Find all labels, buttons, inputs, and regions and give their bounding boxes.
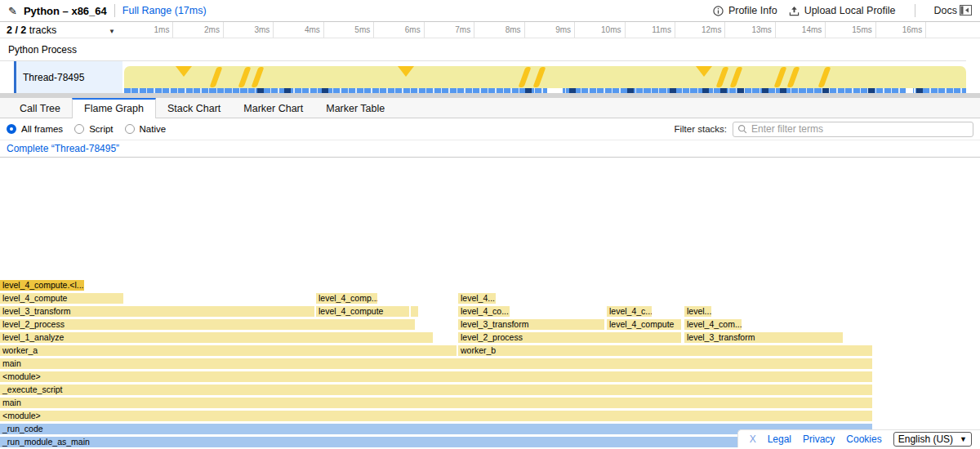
flame-box[interactable]: level_2_process — [458, 332, 681, 343]
ruler-tick-line — [925, 22, 926, 38]
ruler-tick-label: 9ms — [523, 25, 571, 34]
profiler-app: ✎ Python – x86_64 Full Range (17ms) Prof… — [0, 0, 980, 449]
ruler-tick-label: 6ms — [373, 25, 421, 34]
flame-box[interactable]: _execute_script — [0, 385, 872, 395]
profile-info-button[interactable]: Profile Info — [713, 5, 777, 16]
ruler-tick-label: 12ms — [674, 25, 721, 34]
full-range-link[interactable]: Full Range (17ms) — [122, 5, 207, 16]
flame-box[interactable]: level_2_process — [0, 319, 415, 330]
footer-link-privacy[interactable]: Privacy — [803, 433, 835, 445]
flame-box[interactable]: level_1_analyze — [0, 332, 433, 343]
ruler-tick-label: 10ms — [574, 25, 621, 34]
search-icon — [737, 124, 747, 134]
tracks-dropdown[interactable]: 2 / 2 tracks ▼ — [7, 24, 121, 36]
marker-stripe-icon — [532, 67, 546, 87]
marker-stripe-icon — [729, 67, 742, 87]
profile-name-group: ✎ Python – x86_64 Full Range (17ms) — [0, 4, 207, 17]
marker-stripe-icon — [715, 67, 728, 87]
flame-box[interactable]: level_4_compute — [316, 306, 409, 317]
tab-marker-table[interactable]: Marker Table — [314, 98, 396, 118]
flame-box[interactable]: <module> — [0, 411, 872, 421]
flame-box[interactable] — [411, 306, 418, 317]
flame-box[interactable]: level_3_transform — [0, 306, 314, 317]
marker-stripe-icon — [251, 67, 264, 87]
flame-box[interactable]: main — [0, 398, 872, 408]
app-header: ✎ Python – x86_64 Full Range (17ms) Prof… — [0, 0, 980, 22]
thread-track-label[interactable]: Thread-78495 — [16, 61, 122, 93]
timeline-ruler[interactable]: 2 / 2 tracks ▼ 1ms2ms3ms4ms5ms6ms7ms8ms9… — [0, 22, 980, 38]
tab-call-tree[interactable]: Call Tree — [8, 98, 72, 118]
marker-stripe-icon — [518, 67, 531, 87]
filter-stacks-label: Filter stacks: — [674, 124, 727, 134]
language-select-value: English (US) — [898, 433, 953, 445]
thread-track-row[interactable]: Thread-78495 — [0, 61, 980, 93]
flame-box[interactable]: level_3_transform — [458, 319, 604, 330]
panel-tab-bar: Call TreeFlame GraphStack ChartMarker Ch… — [0, 98, 980, 118]
marker-stripe-icon — [773, 67, 786, 87]
marker-stripe-icon — [786, 67, 800, 87]
flame-box[interactable]: level... — [684, 306, 711, 317]
marker-stripe-icon — [238, 67, 251, 87]
flame-box[interactable]: level_4_compute — [0, 293, 123, 304]
ruler-tick-label: 8ms — [474, 25, 521, 34]
sidebar-toggle-icon — [960, 5, 972, 16]
edit-profile-name-icon[interactable]: ✎ — [8, 5, 17, 17]
breadcrumb-row: Complete “Thread-78495” — [0, 140, 980, 158]
flame-box[interactable]: <module> — [0, 371, 872, 382]
radio-label-native[interactable]: Native — [140, 124, 167, 134]
flame-box[interactable]: worker_a — [0, 345, 457, 356]
footer-link-legal[interactable]: Legal — [768, 433, 791, 445]
header-divider-2 — [915, 4, 915, 17]
filter-stacks-input[interactable] — [751, 123, 969, 135]
footer-link-cookies[interactable]: Cookies — [846, 433, 881, 445]
tab-flame-graph[interactable]: Flame Graph — [72, 98, 156, 119]
flame-box[interactable]: worker_b — [458, 345, 872, 356]
gc-marker-icon — [398, 66, 414, 77]
radio-script[interactable] — [74, 124, 84, 134]
ruler-tick-label: 11ms — [624, 25, 671, 34]
flame-box[interactable]: main — [0, 358, 872, 369]
language-select[interactable]: English (US)▼ — [893, 432, 972, 447]
flame-box[interactable]: level_4_compute — [607, 319, 681, 330]
flame-box[interactable]: level_4... — [458, 293, 496, 304]
marker-stripe-icon — [209, 67, 222, 87]
profile-title: Python – x86_64 — [24, 5, 107, 17]
sidebar-toggle-button[interactable] — [960, 4, 972, 15]
breadcrumb-complete-thread[interactable]: Complete “Thread-78495” — [0, 143, 119, 154]
flame-box[interactable]: level_3_transform — [684, 332, 843, 343]
flame-box[interactable]: level_4_c... — [607, 306, 652, 317]
radio-all-frames[interactable] — [7, 124, 16, 134]
flame-box[interactable]: level_4_comp... — [316, 293, 377, 304]
ruler-tick-label: 5ms — [323, 25, 370, 34]
cpu-usage-band — [124, 66, 966, 88]
flame-graph: level_4_compute.<l...level_4_computeleve… — [0, 158, 980, 449]
tab-stack-chart[interactable]: Stack Chart — [156, 98, 232, 118]
info-icon — [713, 6, 724, 16]
flame-box[interactable]: level_4_co... — [458, 306, 510, 317]
frames-filter-radiogroup: All framesScriptNative — [0, 124, 172, 134]
process-track-label: Python Process — [0, 44, 77, 56]
ruler-tick-label: 15ms — [825, 25, 872, 34]
filter-stacks-group: Filter stacks: — [674, 122, 980, 137]
header-divider — [114, 4, 115, 17]
ruler-tick-label: 2ms — [172, 25, 220, 34]
footer-link-x[interactable]: X — [750, 433, 756, 445]
filter-input-wrap — [733, 122, 973, 137]
radio-native[interactable] — [125, 124, 135, 134]
track-activity-canvas[interactable] — [122, 61, 966, 93]
flame-box[interactable]: level_4_compute.<l... — [0, 280, 84, 291]
ruler-tick-label: 4ms — [273, 25, 320, 34]
ruler-tick-label: 14ms — [774, 25, 822, 34]
process-track-row[interactable]: Python Process — [0, 38, 966, 61]
gc-marker-icon — [696, 66, 712, 77]
radio-label-script[interactable]: Script — [89, 124, 113, 134]
gc-marker-icon — [176, 66, 192, 77]
radio-label-all-frames[interactable]: All frames — [21, 124, 63, 134]
footer: XLegalPrivacyCookiesEnglish (US)▼ — [737, 429, 980, 447]
tab-marker-chart[interactable]: Marker Chart — [232, 98, 314, 118]
upload-icon — [789, 6, 800, 16]
flame-box[interactable]: level_4_com... — [684, 319, 742, 330]
caret-down-icon: ▼ — [109, 28, 115, 35]
ruler-tick-label: 16ms — [875, 25, 922, 34]
upload-profile-button[interactable]: Upload Local Profile — [789, 5, 896, 16]
